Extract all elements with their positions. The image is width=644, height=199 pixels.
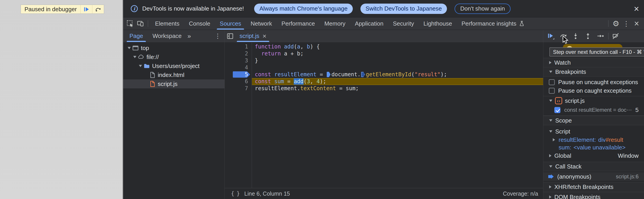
checkbox-row-pause-on-uncaught-exceptions[interactable]: Pause on uncaught exceptions xyxy=(543,78,644,86)
caret-down-icon[interactable] xyxy=(549,100,552,102)
line-gutter[interactable]: 6 xyxy=(225,78,252,85)
scope-variable-resultelement[interactable]: resultElement: div#result xyxy=(543,136,644,144)
inline-breakpoint-marker[interactable] xyxy=(361,72,365,77)
caret-right-icon[interactable] xyxy=(549,61,552,64)
code-line-5[interactable]: 5const resultElement = document.getEleme… xyxy=(225,71,543,78)
navigator-tab-page[interactable]: Page xyxy=(126,30,146,42)
caret-down-icon[interactable] xyxy=(549,130,552,133)
notification-action-button[interactable]: Always match Chrome's language xyxy=(254,3,352,14)
line-gutter[interactable]: 2 xyxy=(225,50,252,57)
resume-button[interactable] xyxy=(546,31,556,41)
section-header-breakpoints[interactable]: Breakpoints xyxy=(543,67,644,76)
breakpoint-gutter[interactable]: 5 xyxy=(225,71,252,78)
more-options-button[interactable]: ⋮ xyxy=(621,18,632,29)
tree-item-script-js[interactable]: script.js xyxy=(123,79,224,88)
scope-variable-sum[interactable]: sum: <value unavailable> xyxy=(543,144,644,151)
call-stack-frame[interactable]: (anonymous)script.js:6 xyxy=(543,172,644,181)
resume-script-button[interactable] xyxy=(80,5,92,13)
scope-node-global[interactable]: GlobalWindow xyxy=(543,151,644,160)
toggle-navigator-button[interactable] xyxy=(225,30,236,42)
caret-right-icon[interactable] xyxy=(549,196,552,199)
tab-sources[interactable]: Sources xyxy=(215,17,246,30)
inline-breakpoint-marker[interactable] xyxy=(327,72,330,77)
code-line-4[interactable]: 4 xyxy=(225,64,543,71)
tab-performance-insights[interactable]: Performance insights xyxy=(457,17,530,30)
navigator-overflow-chevrons[interactable]: » xyxy=(188,32,191,40)
breakpoint-checkbox[interactable] xyxy=(554,107,560,113)
section-header-watch[interactable]: Watch xyxy=(543,58,644,67)
pretty-print-icon[interactable] xyxy=(231,191,239,197)
tab-network[interactable]: Network xyxy=(246,17,276,30)
toolbar-separator xyxy=(608,20,608,27)
step-out-button[interactable] xyxy=(583,31,593,41)
tab-console[interactable]: Console xyxy=(184,17,215,30)
code-editor[interactable]: 1function add(a, b) {2 return a + b;3}45… xyxy=(225,42,543,188)
editor-pane: script.js × 1function add(a, b) {2 retur… xyxy=(225,30,543,199)
editor-tab-scriptjs[interactable]: script.js × xyxy=(236,30,270,42)
step-button[interactable] xyxy=(595,31,605,41)
tree-item-label: index.html xyxy=(158,72,184,78)
caret-right-icon[interactable] xyxy=(549,154,552,157)
tree-item-index-html[interactable]: index.html xyxy=(123,70,224,79)
devtools-screenshot: Paused in debugger i DevTools is now ava… xyxy=(0,0,644,199)
scope-node-script[interactable]: Script xyxy=(543,127,644,136)
code-token: const xyxy=(255,71,271,78)
editor-tab-close-icon[interactable]: × xyxy=(262,33,266,39)
notification-action-button[interactable]: Don't show again xyxy=(454,3,510,14)
code-line-2[interactable]: 2 return a + b; xyxy=(225,50,543,57)
line-gutter[interactable]: 7 xyxy=(225,85,252,92)
tab-elements[interactable]: Elements xyxy=(150,17,184,30)
tab-memory[interactable]: Memory xyxy=(320,17,350,30)
caret-down-icon[interactable] xyxy=(549,119,552,122)
section-header-xhr-fetch-breakpoints[interactable]: XHR/fetch Breakpoints xyxy=(543,182,644,192)
caret-right-icon[interactable] xyxy=(549,185,552,189)
code-line-3[interactable]: 3} xyxy=(225,57,543,64)
section-header-call-stack[interactable]: Call Stack xyxy=(543,162,644,171)
line-gutter[interactable]: 4 xyxy=(225,64,252,71)
tab-security[interactable]: Security xyxy=(388,17,419,30)
notification-action-button[interactable]: Switch DevTools to Japanese xyxy=(360,3,447,14)
code-line-content xyxy=(252,64,543,71)
checkbox-row-pause-on-caught-exceptions[interactable]: Pause on caught exceptions xyxy=(543,86,644,95)
settings-button[interactable]: ⚙ xyxy=(611,18,621,29)
debugger-sidebar: Step over next function call - F10 - ⌘ '… xyxy=(543,30,644,199)
navigator-more-button[interactable]: ⋮ xyxy=(214,32,221,40)
caret-right-icon[interactable] xyxy=(553,138,555,141)
section-header-dom-breakpoints[interactable]: DOM Breakpoints xyxy=(543,192,644,199)
caret-down-icon[interactable] xyxy=(549,165,552,168)
caret-down-icon[interactable] xyxy=(128,47,131,49)
tab-performance[interactable]: Performance xyxy=(277,17,320,30)
section-header-scope[interactable]: Scope xyxy=(543,116,644,125)
toolbar-right-controls: ⚙ ⋮ × xyxy=(606,17,642,30)
breakpoint-group-script-js[interactable]: script.js xyxy=(543,96,644,105)
inspect-element-button[interactable] xyxy=(125,18,135,29)
tab-application[interactable]: Application xyxy=(350,17,388,30)
code-token: resultElement. xyxy=(255,85,300,92)
caret-down-icon[interactable] xyxy=(139,65,142,67)
close-devtools-button[interactable]: × xyxy=(632,18,642,29)
step-over-button-overlay[interactable] xyxy=(92,5,104,13)
caret-slot xyxy=(127,47,132,49)
code-line-1[interactable]: 1function add(a, b) { xyxy=(225,43,543,50)
line-gutter[interactable]: 3 xyxy=(225,57,252,64)
deactivate-breakpoints-button[interactable] xyxy=(611,31,621,41)
caret-down-icon[interactable] xyxy=(133,56,136,58)
caret-down-icon[interactable] xyxy=(549,71,552,73)
checkbox-unchecked[interactable] xyxy=(549,88,555,94)
checkbox-unchecked[interactable] xyxy=(549,79,555,85)
tree-item-Users-user-project[interactable]: Users/user/project xyxy=(123,61,224,70)
code-line-7[interactable]: 7resultElement.textContent = sum; xyxy=(225,85,543,92)
line-gutter[interactable]: 1 xyxy=(225,43,252,50)
tab-label: Performance xyxy=(282,20,315,27)
frame-location: script.js:6 xyxy=(616,174,638,180)
tree-item-top[interactable]: top xyxy=(123,43,224,52)
navigator-tab-workspace[interactable]: Workspace xyxy=(150,30,185,42)
step-into-button[interactable] xyxy=(570,31,580,41)
breakpoint-entry[interactable]: const resultElement = doc⋯5 xyxy=(543,105,644,115)
notification-close-icon[interactable]: × xyxy=(634,4,639,13)
coverage-status: Coverage: n/a xyxy=(503,191,538,197)
code-line-6[interactable]: 6const sum = add(3, 4); xyxy=(225,78,543,85)
device-toolbar-button[interactable] xyxy=(135,18,146,29)
tree-item-file-[interactable]: file:// xyxy=(123,52,224,61)
tab-lighthouse[interactable]: Lighthouse xyxy=(418,17,456,30)
